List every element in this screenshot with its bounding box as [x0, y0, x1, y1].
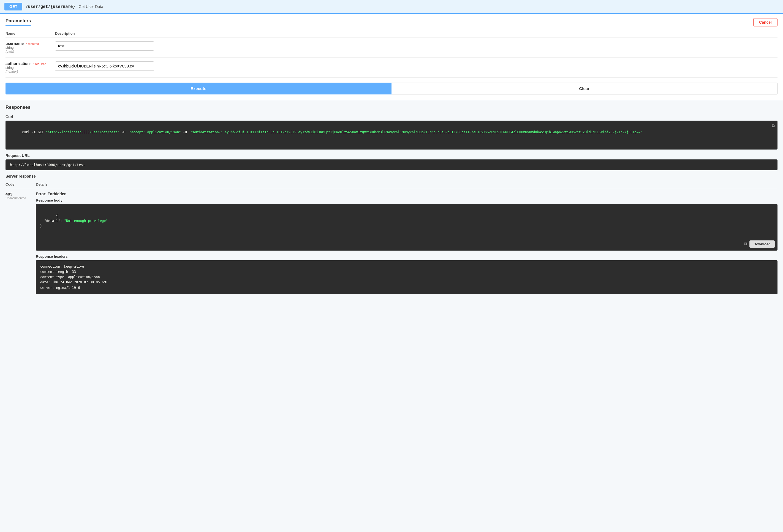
response-undocumented: Undocumented — [5, 196, 28, 200]
request-url-block: Request URL http://localhost:8080/user/g… — [5, 153, 778, 170]
response-body-label: Response body — [36, 198, 778, 202]
params-table: Name Description username * required str… — [5, 30, 778, 77]
download-button[interactable]: Download — [749, 240, 775, 248]
cancel-button[interactable]: Cancel — [753, 18, 778, 26]
parameters-title: Parameters — [5, 18, 31, 26]
response-table-header: Code Details — [5, 181, 778, 188]
method-badge: GET — [4, 3, 22, 10]
curl-label: Curl — [5, 115, 778, 119]
curl-code-block: curl -X GET "http://localhost:8080/user/… — [5, 121, 778, 150]
param-row-authorization: authorization- * required string (header… — [5, 58, 778, 77]
curl-block: Curl curl -X GET "http://localhost:8080/… — [5, 115, 778, 150]
endpoint-description: Get User Data — [79, 4, 103, 9]
authorization-input[interactable] — [55, 61, 154, 71]
parameters-section: Parameters Cancel Name Description usern… — [0, 14, 783, 100]
param-required-authorization: * required — [33, 62, 46, 66]
param-name-authorization: authorization- — [5, 61, 31, 66]
username-input[interactable] — [55, 41, 154, 51]
col-header-code: Code — [5, 182, 28, 186]
response-headers-block: connection: keep-alive content-length: 3… — [36, 260, 778, 294]
param-type-username: string — [5, 46, 50, 50]
response-error-text: Error: Forbidden — [36, 192, 778, 196]
endpoint-path: /user/get/{username} — [26, 4, 75, 9]
response-code-number: 403 — [5, 192, 28, 196]
params-header: Name Description — [5, 30, 778, 37]
param-location-authorization: (header) — [5, 70, 50, 73]
curl-copy-button[interactable]: ⧉ — [772, 123, 775, 128]
request-url-label: Request URL — [5, 153, 778, 158]
param-location-username: (path) — [5, 50, 50, 54]
responses-section: Responses Curl curl -X GET "http://local… — [0, 100, 783, 302]
response-body-copy-button[interactable]: ⧉ — [744, 242, 747, 246]
col-header-details: Details — [36, 182, 778, 186]
responses-title: Responses — [5, 105, 778, 110]
param-type-authorization: string — [5, 66, 50, 70]
param-row-username: username * required string (path) — [5, 37, 778, 58]
response-headers-label: Response headers — [36, 254, 778, 258]
col-header-name: Name — [5, 31, 50, 35]
param-name-username: username — [5, 41, 24, 46]
param-required-username: * required — [26, 42, 39, 45]
response-body-block: { "detail": "Not enough privilege" } ⧉ D… — [36, 204, 778, 251]
clear-button[interactable]: Clear — [392, 83, 778, 94]
server-response-label: Server response — [5, 174, 778, 179]
top-bar: GET /user/get/{username} Get User Data — [0, 0, 783, 14]
request-url-value: http://localhost:8080/user/get/test — [5, 159, 778, 170]
execute-button[interactable]: Execute — [5, 83, 392, 94]
response-table-row-403: 403 Undocumented Error: Forbidden Respon… — [5, 188, 778, 298]
col-header-desc: Description — [55, 31, 778, 35]
